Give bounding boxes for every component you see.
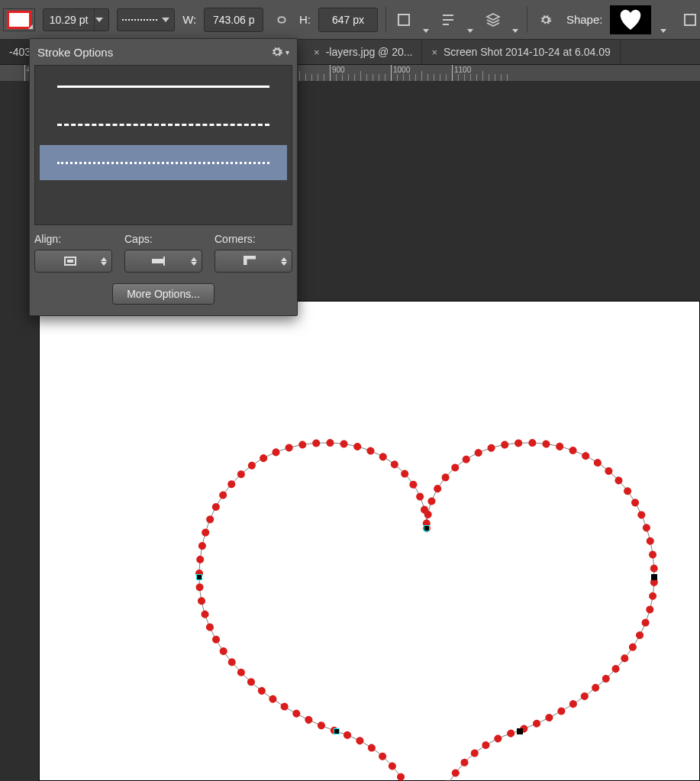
align-icon <box>440 12 456 27</box>
options-bar: W: H: Shape: <box>0 0 700 40</box>
dropdown-caret-icon <box>28 24 33 29</box>
stroke-preset-list[interactable] <box>34 65 292 225</box>
shape-picker-caret[interactable] <box>659 4 667 35</box>
square-icon <box>683 13 697 27</box>
stroke-width-input[interactable] <box>44 13 94 27</box>
corners-label: Corners: <box>215 233 292 245</box>
anchor-point[interactable] <box>196 574 202 580</box>
panel-title: Stroke Options <box>37 46 113 59</box>
caps-control: Caps: <box>124 233 202 273</box>
link-dimensions-button[interactable] <box>271 9 292 31</box>
svg-rect-0 <box>398 15 409 25</box>
heart-icon <box>614 7 647 33</box>
dotted-line-icon <box>122 19 157 21</box>
close-icon[interactable]: × <box>314 47 320 58</box>
layers-icon <box>485 12 501 27</box>
width-label: W: <box>182 13 196 26</box>
stepper-icon <box>101 257 107 266</box>
chevron-down-icon <box>162 18 169 22</box>
stroke-preset-solid[interactable] <box>40 69 287 104</box>
align-control: Align: <box>34 233 112 273</box>
height-label: H: <box>299 13 311 26</box>
divider <box>527 7 527 33</box>
svg-rect-3 <box>67 260 73 263</box>
height-input[interactable] <box>318 8 378 32</box>
divider <box>385 7 386 33</box>
fill-stroke-swatch[interactable] <box>3 8 35 31</box>
stepper-icon <box>191 257 197 266</box>
square-icon <box>396 12 411 27</box>
path-arrangement-caret[interactable] <box>511 4 519 35</box>
width-input[interactable] <box>204 8 263 32</box>
svg-rect-1 <box>685 15 695 25</box>
anchor-point[interactable] <box>424 525 430 531</box>
tool-settings-button[interactable] <box>535 9 556 31</box>
path-operations-caret[interactable] <box>422 4 431 35</box>
caps-label: Caps: <box>124 233 202 245</box>
tab-label: Screen Shot 2014-10-24 at 6.04.09 <box>444 46 611 58</box>
panel-menu-button[interactable]: ▾ <box>271 46 289 58</box>
extra-option-button[interactable] <box>679 9 700 31</box>
close-icon[interactable]: × <box>431 47 437 58</box>
svg-rect-4 <box>152 259 164 263</box>
path-operations-button[interactable] <box>394 9 415 31</box>
path-alignment-button[interactable] <box>438 9 459 31</box>
gear-icon <box>540 14 552 26</box>
shape-label: Shape: <box>566 13 603 26</box>
align-center-icon <box>40 256 101 266</box>
stroke-type-dropdown[interactable] <box>117 8 175 31</box>
stroke-preset-empty[interactable] <box>40 183 287 218</box>
heart-shape-path[interactable] <box>39 301 700 781</box>
stepper-icon <box>281 257 287 266</box>
stroke-width-stepper[interactable] <box>94 9 108 31</box>
canvas[interactable] <box>39 301 700 781</box>
gear-icon <box>271 46 283 58</box>
tab-label: -layers.jpg @ 20... <box>326 46 413 58</box>
path-arrangement-button[interactable] <box>482 9 503 31</box>
shape-picker[interactable] <box>610 5 650 34</box>
stroke-width-field[interactable] <box>43 8 109 31</box>
document-tab[interactable]: ×Screen Shot 2014-10-24 at 6.04.09 <box>422 40 620 64</box>
stroke-options-panel: Stroke Options ▾ Align: Caps: Corners: <box>29 38 298 316</box>
align-dropdown[interactable] <box>34 250 112 273</box>
corners-control: Corners: <box>215 233 292 273</box>
more-options-button[interactable]: More Options... <box>112 283 215 305</box>
path-alignment-caret[interactable] <box>466 4 475 35</box>
tab-label: -403 <box>9 46 31 58</box>
anchor-point[interactable] <box>651 574 657 580</box>
stroke-preset-dashed[interactable] <box>40 107 287 142</box>
anchor-point[interactable] <box>334 728 340 734</box>
stroke-controls-row: Align: Caps: Corners: <box>30 225 297 276</box>
panel-header: Stroke Options ▾ <box>30 39 297 65</box>
align-label: Align: <box>34 233 112 245</box>
stroke-preset-dotted[interactable] <box>40 145 287 180</box>
corners-dropdown[interactable] <box>215 250 292 273</box>
butt-cap-icon <box>130 257 191 266</box>
document-tab[interactable]: ×-layers.jpg @ 20... <box>305 40 422 64</box>
anchor-point[interactable] <box>517 728 523 734</box>
caps-dropdown[interactable] <box>124 250 202 273</box>
link-icon <box>273 14 290 26</box>
miter-corner-icon <box>220 256 281 266</box>
